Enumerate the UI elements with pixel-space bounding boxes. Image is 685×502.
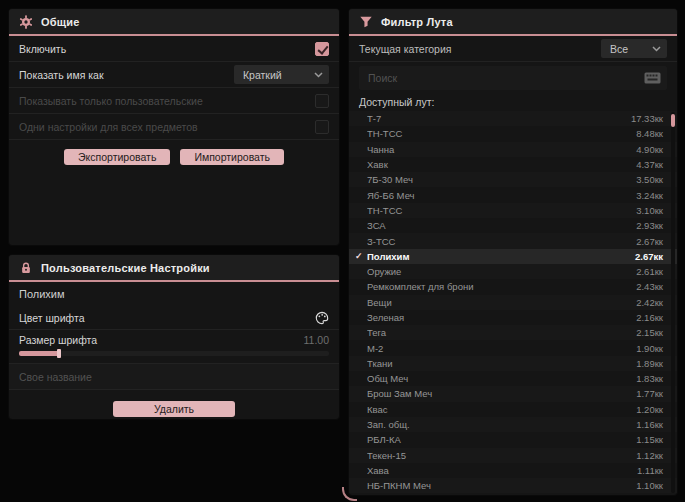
loot-item-value: 2.16кк	[636, 312, 663, 323]
list-item[interactable]: Текен-15 1.12кк	[349, 448, 677, 463]
loot-item-value: 3.10кк	[636, 205, 663, 216]
loot-item-value: 17.33кк	[631, 113, 663, 124]
list-item[interactable]: Яб-Б6 Меч 3.24кк	[349, 187, 677, 202]
list-item[interactable]: Хава 1.11кк	[349, 463, 677, 478]
search-box	[359, 66, 667, 90]
list-item[interactable]: ТН-ТСС 8.48кк	[349, 126, 677, 141]
list-item[interactable]: Квас 1.20кк	[349, 402, 677, 417]
font-size-value: 11.00	[304, 334, 330, 346]
list-item[interactable]: Хавк 4.37кк	[349, 157, 677, 172]
loot-item-name: Брош Зам Меч	[367, 388, 636, 399]
palette-icon[interactable]	[315, 311, 329, 325]
import-button[interactable]: Импортировать	[180, 149, 284, 165]
loot-item-name: Квас	[367, 404, 636, 415]
enable-checkbox[interactable]	[315, 42, 329, 56]
list-item[interactable]: Ремкомплект для брони 2.43кк	[349, 279, 677, 294]
list-scrollbar[interactable]	[671, 112, 675, 493]
list-item[interactable]: 7Б-30 Меч 3.50кк	[349, 172, 677, 187]
list-item[interactable]: Вещи 2.42кк	[349, 295, 677, 310]
chevron-down-icon	[314, 72, 323, 78]
same-settings-row: Одни настройки для всех предметов	[9, 114, 339, 140]
list-item[interactable]: Общ Меч 1.83кк	[349, 371, 677, 386]
custom-settings-title: Пользовательские Настройки	[41, 262, 210, 274]
list-item[interactable]: Тега 2.15кк	[349, 325, 677, 340]
loot-item-name: Хава	[367, 465, 637, 476]
loot-item-name: Тега	[367, 327, 636, 338]
chevron-down-icon	[652, 46, 661, 52]
custom-settings-header: Пользовательские Настройки	[9, 255, 339, 282]
loot-item-name: Хавк	[367, 159, 636, 170]
loot-item-value: 1.77кк	[636, 388, 663, 399]
keyboard-icon[interactable]	[644, 72, 661, 84]
loot-item-value: 2.67кк	[635, 251, 663, 262]
name-format-value: Краткий	[243, 69, 282, 81]
loot-item-value: 8.48кк	[636, 128, 663, 139]
show-name-as-row: Показать имя как Краткий	[9, 62, 339, 88]
export-button[interactable]: Экспортировать	[64, 149, 170, 165]
font-size-slider-grab[interactable]	[57, 349, 61, 358]
loot-item-value: 1.20кк	[636, 404, 663, 415]
lock-icon	[19, 261, 33, 275]
font-size-row: Размер шрифта 11.00	[9, 330, 339, 364]
category-row: Текущая категория Все	[349, 36, 677, 62]
delete-row: Удалить	[9, 401, 339, 417]
category-value: Все	[610, 43, 628, 55]
search-input[interactable]	[368, 72, 638, 84]
custom-name-input[interactable]	[19, 371, 329, 383]
font-color-label: Цвет шрифта	[19, 312, 85, 324]
list-item[interactable]: Зеленая 2.16кк	[349, 310, 677, 325]
list-item[interactable]: М-2 1.90кк	[349, 340, 677, 355]
enable-label: Включить	[19, 43, 66, 55]
list-scrollbar-thumb[interactable]	[671, 114, 675, 127]
list-item[interactable]: Оружие 2.61кк	[349, 264, 677, 279]
show-name-as-label: Показать имя как	[19, 69, 104, 81]
list-item[interactable]: Чанна 4.90кк	[349, 142, 677, 157]
loot-item-value: 2.61кк	[636, 266, 663, 277]
list-item[interactable]: Брош Зам Меч 1.77кк	[349, 386, 677, 401]
list-item[interactable]: ЗСА 2.93кк	[349, 218, 677, 233]
loot-item-name: М-2	[367, 343, 636, 354]
font-size-slider[interactable]	[19, 351, 329, 356]
loot-item-name: Т-7	[367, 113, 631, 124]
decor-arc	[342, 487, 357, 501]
loot-item-name: РБЛ-КА	[367, 434, 636, 445]
loot-item-name: Ремкомплект для брони	[367, 281, 636, 292]
category-dropdown[interactable]: Все	[601, 39, 667, 58]
loot-item-value: 1.12кк	[636, 450, 663, 461]
list-item[interactable]: ТН-ТСС 3.10кк	[349, 203, 677, 218]
loot-filter-panel: Фильтр Лута Текущая категория Все Доступ…	[348, 8, 678, 496]
loot-item-name: Оружие	[367, 266, 636, 277]
delete-button[interactable]: Удалить	[113, 401, 235, 417]
only-custom-checkbox[interactable]	[315, 94, 329, 108]
only-custom-row: Показывать только пользовательские	[9, 88, 339, 114]
same-settings-checkbox[interactable]	[315, 120, 329, 134]
name-format-dropdown[interactable]: Краткий	[234, 65, 329, 84]
list-item[interactable]: Ткани 1.89кк	[349, 356, 677, 371]
loot-item-value: 3.50кк	[636, 174, 663, 185]
list-item[interactable]: З-ТСС 2.67кк	[349, 233, 677, 248]
enable-row: Включить	[9, 36, 339, 62]
loot-item-value: 1.83кк	[636, 373, 663, 384]
font-size-label: Размер шрифта	[19, 334, 97, 346]
list-item[interactable]: Зап. общ. 1.16кк	[349, 417, 677, 432]
loot-filter-title: Фильтр Лута	[381, 16, 453, 28]
loot-item-value: 1.10кк	[636, 480, 663, 491]
loot-item-value: 1.90кк	[636, 343, 663, 354]
funnel-icon	[359, 15, 373, 29]
loot-item-name: Вещи	[367, 297, 636, 308]
loot-list: Т-7 17.33кк ТН-ТСС 8.48кк Чанна 4.90кк Х…	[349, 111, 677, 494]
loot-item-name: 7Б-30 Меч	[367, 174, 636, 185]
loot-item-value: 2.67кк	[636, 236, 663, 247]
list-item[interactable]: ✓ Полихим 2.67кк	[349, 249, 677, 264]
selected-item-name: Полихим	[9, 282, 339, 306]
loot-item-value: 2.42кк	[636, 297, 663, 308]
loot-item-value: 2.43кк	[636, 281, 663, 292]
list-item[interactable]: НБ-ПКНМ Меч 1.10кк	[349, 478, 677, 493]
list-item[interactable]: РБЛ-КА 1.15кк	[349, 432, 677, 447]
loot-item-name: З-ТСС	[367, 236, 636, 247]
loot-item-name: ЗСА	[367, 220, 636, 231]
loot-item-name: Яб-Б6 Меч	[367, 190, 636, 201]
list-item[interactable]: Т-7 17.33кк	[349, 111, 677, 126]
same-settings-label: Одни настройки для всех предметов	[19, 121, 198, 133]
custom-settings-panel: Пользовательские Настройки Полихим Цвет …	[8, 254, 340, 420]
